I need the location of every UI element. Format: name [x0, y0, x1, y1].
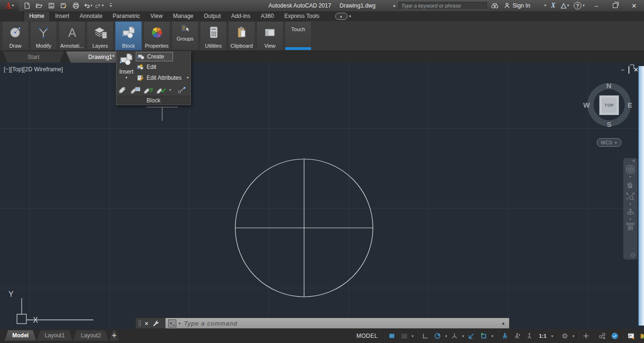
model-space-button[interactable]: MODEL: [353, 333, 381, 339]
command-input[interactable]: [183, 319, 499, 327]
sync-attributes-icon[interactable]: [144, 86, 153, 94]
new-layout-button[interactable]: +: [109, 330, 119, 341]
ribbon-panel-utilities[interactable]: Utilities: [200, 21, 227, 50]
isometric-drafting-toggle[interactable]: [449, 330, 460, 342]
command-close-button[interactable]: ×: [145, 320, 149, 326]
annotation-scale-value-button[interactable]: 1:1: [536, 330, 549, 342]
ribbon-panel-draw[interactable]: Draw: [2, 21, 29, 50]
tab-manage[interactable]: Manage: [168, 11, 198, 21]
recent-commands-caret[interactable]: ▾: [179, 321, 181, 326]
a360-caret[interactable]: ▾: [567, 4, 569, 8]
tab-output[interactable]: Output: [198, 11, 226, 21]
layout-tab-layout1[interactable]: Layout1: [37, 330, 73, 341]
sign-in-button[interactable]: Sign In ▾: [503, 1, 547, 10]
polar-tracking-toggle[interactable]: [432, 330, 443, 342]
create-block-button[interactable]: Create: [136, 52, 173, 61]
workspace-caret[interactable]: ▾: [571, 334, 576, 338]
define-attributes-icon[interactable]: [118, 86, 127, 94]
retain-attribute-display-icon[interactable]: [157, 86, 166, 94]
search-expand-arrow-icon[interactable]: ▸: [394, 4, 396, 8]
workspace-switching-button[interactable]: [559, 330, 570, 342]
graphics-performance-button[interactable]: [609, 330, 620, 342]
customize-quick-access-button[interactable]: ▾: [106, 1, 116, 10]
redo-icon: [94, 2, 102, 9]
tab-insert[interactable]: Insert: [50, 11, 74, 21]
autodesk-exchange-button[interactable]: X: [550, 1, 556, 10]
help-caret[interactable]: ▾: [583, 4, 585, 8]
ribbon-panel-groups[interactable]: Groups: [172, 21, 198, 50]
restore-window-button[interactable]: [607, 1, 623, 10]
save-button[interactable]: [46, 1, 57, 10]
drawing-canvas[interactable]: [−][Top][2D Wireframe] – ✕ N W E S TOP W…: [0, 63, 644, 329]
quick-properties-toggle[interactable]: [597, 330, 608, 342]
ribbon-panel-modify[interactable]: Modify: [30, 21, 57, 50]
annotation-autoscale-toggle[interactable]: [512, 330, 523, 342]
tab-express-tools[interactable]: Express Tools: [279, 11, 324, 21]
ribbon-panel-properties[interactable]: Properties: [143, 21, 170, 50]
manage-attributes-icon[interactable]: [131, 86, 140, 94]
command-prompt-icon[interactable]: >_: [168, 319, 176, 327]
new-drawing-button[interactable]: [22, 1, 32, 10]
palette-drag-grip[interactable]: [138, 320, 141, 326]
edit-attributes-button[interactable]: Edit Attributes ▾: [137, 74, 189, 81]
insert-block-button[interactable]: Insert ▾: [117, 52, 135, 84]
tab-home[interactable]: Home: [24, 11, 50, 21]
scale-caret[interactable]: ▾: [550, 334, 554, 338]
set-base-point-icon[interactable]: [177, 86, 187, 94]
annotation-scale-icon-button[interactable]: [524, 330, 535, 342]
ribbon-panel-clipboard[interactable]: Clipboard: [228, 21, 255, 50]
ribbon-panel-touch[interactable]: Touch: [285, 21, 312, 50]
object-snap-tracking-toggle[interactable]: [466, 330, 477, 342]
trusted-dwg-button[interactable]: [638, 330, 644, 342]
ribbon-panel-block[interactable]: Block: [115, 21, 142, 50]
search-input[interactable]: [398, 2, 487, 10]
tab-annotate[interactable]: Annotate: [74, 11, 107, 21]
tab-view[interactable]: View: [145, 11, 168, 21]
minimize-ribbon-control[interactable]: ▲ ▾: [335, 13, 351, 20]
command-history-toggle[interactable]: ▲: [501, 321, 506, 326]
ribbon-panel-annotation[interactable]: A Annotati...: [58, 21, 85, 50]
ortho-mode-toggle[interactable]: [420, 330, 431, 342]
snap-mode-toggle[interactable]: [398, 330, 410, 342]
save-as-button[interactable]: [58, 1, 69, 10]
ribbon-panel-layers[interactable]: Layers: [87, 21, 114, 50]
tab-a360[interactable]: A360: [256, 11, 279, 21]
undo-split-button[interactable]: ▾: [83, 2, 92, 9]
grid-display-toggle[interactable]: [386, 330, 397, 342]
help-button[interactable]: ? ▾: [573, 1, 586, 10]
redo-history-caret[interactable]: ▾: [102, 4, 104, 8]
minimize-window-button[interactable]: –: [588, 1, 604, 10]
file-tab-start[interactable]: Start: [3, 51, 64, 63]
panel-label: Utilities: [205, 43, 222, 49]
command-customize-wrench-icon[interactable]: [152, 320, 159, 327]
insert-caret[interactable]: ▾: [125, 76, 127, 80]
minimize-ribbon-caret[interactable]: ▾: [349, 15, 351, 18]
a360-button[interactable]: ▾: [559, 1, 570, 10]
performance-monitor-button[interactable]: [626, 330, 637, 342]
snap-caret[interactable]: ▾: [410, 334, 415, 338]
polar-caret[interactable]: ▾: [444, 334, 448, 338]
close-window-button[interactable]: ✕: [626, 1, 642, 10]
attribute-display-caret[interactable]: ▾: [169, 88, 171, 92]
open-button[interactable]: [34, 1, 44, 10]
redo-split-button[interactable]: ▾: [94, 2, 104, 9]
sign-in-caret[interactable]: ▾: [545, 4, 546, 8]
search-button[interactable]: [490, 1, 500, 10]
edit-block-button[interactable]: Edit: [137, 63, 157, 70]
layout-tab-layout2[interactable]: Layout2: [73, 330, 108, 341]
layout-tab-model[interactable]: Model: [5, 330, 36, 341]
separator: [496, 332, 497, 340]
annotation-visibility-toggle[interactable]: [499, 330, 511, 342]
annotation-monitor-button[interactable]: [580, 330, 592, 342]
tab-add-ins[interactable]: Add-ins: [226, 11, 256, 21]
edit-attributes-caret[interactable]: ▾: [187, 76, 189, 80]
plot-button[interactable]: [71, 1, 81, 10]
ribbon-panel-view[interactable]: View: [256, 21, 283, 50]
isodraft-caret[interactable]: ▾: [461, 334, 465, 338]
osnap-caret[interactable]: ▾: [490, 334, 495, 338]
undo-history-caret[interactable]: ▾: [91, 4, 92, 8]
tab-parametric[interactable]: Parametric: [107, 11, 145, 21]
object-snap-toggle[interactable]: [478, 330, 489, 342]
application-menu-button[interactable]: A ▾: [0, 0, 19, 11]
flyout-panel-title[interactable]: Block: [116, 96, 190, 105]
